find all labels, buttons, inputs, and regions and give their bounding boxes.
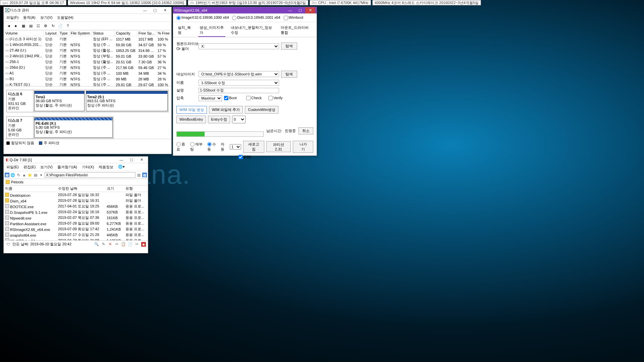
list-item[interactable]: snapshot64.exe2019-07-17 수요일 21:26445KB응… xyxy=(4,232,148,238)
target-select[interactable]: O:\test_O\PE수정\1-SSboot수정.wim xyxy=(199,71,279,77)
minimize-button[interactable]: — xyxy=(140,7,150,13)
column-header[interactable]: 유형 xyxy=(124,185,148,192)
wimbootentry-button[interactable]: WimBootEntry xyxy=(176,116,206,123)
list-item[interactable]: WinNTSetup64.exe2019-04-23 화요일 21:081,12… xyxy=(4,238,148,240)
stop-icon[interactable]: ■ xyxy=(141,242,146,247)
chk-boot[interactable]: Boot xyxy=(224,96,244,101)
tool-icon[interactable]: 📄 xyxy=(57,23,63,29)
table-row[interactable]: ▭ A1단순기본NTFS정상 (주 ...100 MB34 MB34 % xyxy=(4,70,171,76)
minimize-button[interactable]: — xyxy=(116,157,126,163)
qd-titlebar[interactable]: ◧ Q-Dir 7.69 [1] — ▢ ✕ xyxy=(4,157,148,163)
radio-imagex[interactable]: ImageX10.0.18936.1000 x64 xyxy=(176,15,229,20)
column-header[interactable]: Type xyxy=(58,31,69,36)
rs-titlebar[interactable]: RSImageX2.66_x64 — ▢ ✕ xyxy=(173,7,317,14)
column-header[interactable]: % Free xyxy=(156,31,171,36)
view-icon[interactable]: ▤ xyxy=(33,173,38,177)
opt-end[interactable]: 종료 xyxy=(176,142,188,152)
list-item[interactable]: Ntpwedit.exe2019-02-07 목요일 07:36161KB응용 … xyxy=(4,215,148,221)
wim-append-button[interactable]: WIM 파일에 추가 xyxy=(209,106,243,114)
menu-item[interactable]: 편집(E) xyxy=(23,165,36,170)
edit-icon[interactable]: ✎ xyxy=(101,242,106,247)
column-header[interactable]: 크기 xyxy=(105,185,124,192)
tab[interactable]: 생성_이미지추가 xyxy=(198,24,226,37)
help-icon[interactable]: ? xyxy=(65,23,71,29)
menu-item[interactable]: 보기(V) xyxy=(40,165,53,170)
refresh-icon[interactable]: ↻ xyxy=(16,173,21,177)
menu-item[interactable]: 기타(X) xyxy=(82,165,94,170)
menu-item[interactable]: 제품정보 xyxy=(99,165,113,170)
column-header[interactable]: Volume xyxy=(4,31,44,36)
path-input[interactable] xyxy=(45,172,136,178)
table-row[interactable]: ▭ 256d (D:)단순기본NTFS정상 (주 ...217.96 GB59.… xyxy=(4,65,171,70)
layout-icon[interactable]: ▦ xyxy=(142,173,147,177)
globe-dropdown-icon[interactable]: 🌐▾ xyxy=(118,165,125,170)
column-header[interactable]: Capacity xyxy=(114,31,137,36)
opt-auto[interactable]: 자동 xyxy=(221,142,228,152)
maximize-button[interactable]: ▢ xyxy=(150,7,160,13)
tab[interactable]: 내보내기_분할하기_정보수정 xyxy=(229,24,275,37)
refresh-button[interactable]: 새로고침 xyxy=(243,141,264,153)
close-button[interactable]: ✕ xyxy=(160,7,170,13)
browse-target-button[interactable]: 탐색 xyxy=(281,71,297,78)
column-header[interactable]: Layout xyxy=(44,31,58,36)
entry-index-select[interactable]: 0 xyxy=(232,116,246,123)
name-select[interactable]: 1-SSboot 수정 xyxy=(199,80,279,86)
refresh-icon[interactable]: ↻ xyxy=(50,23,56,29)
close-button[interactable]: ✕ xyxy=(305,7,315,13)
partition-tera1[interactable]: Tera138.00 GB NTFS정상 (활성, 주 파티션) xyxy=(34,91,85,111)
column-header[interactable]: Status xyxy=(92,31,114,36)
dropdown-icon[interactable]: ▾ xyxy=(39,173,44,177)
desc-input[interactable] xyxy=(199,88,279,93)
tool-icon[interactable]: ▦ xyxy=(20,23,26,29)
list-item[interactable]: BOOTICE.exe2017-04-01 토요일 19:25456KB응용 프… xyxy=(4,203,148,209)
column-header[interactable]: Free Sp... xyxy=(137,31,156,36)
qd-file-table[interactable]: 이름수정한 날짜크기유형 Desktopicon2019-07-28 일요일 1… xyxy=(4,185,148,240)
dm-volume-table[interactable]: VolumeLayoutTypeFile SystemStatusCapacit… xyxy=(4,30,171,86)
layout-icon[interactable]: ▦ xyxy=(5,173,9,177)
list-item[interactable]: Dism_x642019-07-28 일요일 16:31파일 폴더 xyxy=(4,198,148,203)
table-row[interactable]: ▭ 1-Win10.RS5.201...단순기본NTFS정상 (주 ...59.… xyxy=(4,42,171,48)
menu-item[interactable]: 보기(V) xyxy=(40,15,53,20)
list-item[interactable]: Partition Assistant.exe2019-07-28 일요일 09… xyxy=(4,221,148,226)
close-button[interactable]: ✕ xyxy=(137,157,147,163)
table-row[interactable]: ▭ 2T-All (U:)단순기본NTFS정상 (활성...1853.25 GB… xyxy=(4,48,171,53)
exit-button[interactable]: 나가기 xyxy=(293,141,313,153)
list-item[interactable]: Desktopicon2019-07-28 일요일 16:32파일 폴더 xyxy=(4,192,148,198)
opt-reboot[interactable]: 재부팅 xyxy=(190,142,205,152)
table-row[interactable]: ▭ 256-1단순기본NTFS정상 (활성...20.51 GB7.30 GB3… xyxy=(4,59,171,65)
menu-item[interactable]: 도움말(H) xyxy=(57,15,73,20)
minimize-button[interactable]: — xyxy=(285,7,295,13)
menu-item[interactable]: 즐겨찾기(A) xyxy=(57,165,77,170)
cancel-button[interactable]: 취소 xyxy=(299,127,313,134)
back-icon[interactable]: ◄ xyxy=(6,23,12,29)
qd-breadcrumb[interactable]: Petools xyxy=(4,179,148,185)
globe-icon[interactable]: 🌐 xyxy=(10,173,15,177)
menu-item[interactable]: 파일(F) xyxy=(6,15,18,20)
tool-icon[interactable]: ⚙ xyxy=(43,23,49,29)
list-item[interactable]: D.SnapshotPE 5.1.exe2019-02-24 일요일 16:16… xyxy=(4,209,148,215)
srcdrv-select[interactable]: X: xyxy=(199,43,279,49)
menu-item[interactable]: 파일(E) xyxy=(6,165,19,170)
auto-num-select[interactable]: 1 xyxy=(230,144,241,149)
table-row[interactable]: ▭ (디스크 3 파티션 1)단순기본정상 (EFI ...1017 MB101… xyxy=(4,36,171,42)
forward-icon[interactable]: ► xyxy=(13,23,19,29)
table-row[interactable]: ▭ K-TEST (G:)단순기본NTFS정상 (주 ...29.81 GB29… xyxy=(4,82,171,86)
paste-icon[interactable]: 📄 xyxy=(128,242,132,247)
table-row[interactable]: ▭ 2-Win10.19H2.PR...단순기본NTFS정상 (부팅...59.… xyxy=(4,53,171,59)
tool-icon[interactable]: ▤ xyxy=(28,23,34,29)
chk-esd[interactable]: ESD xyxy=(238,155,251,159)
magnify-icon[interactable]: 🔍 xyxy=(94,242,99,247)
partition-peedit[interactable]: PE-Edit (X:)5.00 GB NTFS정상 (활성, 주 파티션) xyxy=(34,117,113,138)
entry-edit-button[interactable]: Entry수정 xyxy=(208,116,230,123)
tool-icon[interactable]: ✏ xyxy=(135,242,139,247)
tab[interactable]: 설치_복원 xyxy=(176,24,194,37)
list-item[interactable]: RSImageX2.66_x64.exe2019-07-09 화요일 17:42… xyxy=(4,226,148,232)
cut-icon[interactable]: ✂ xyxy=(114,242,119,247)
copy-icon[interactable]: 📋 xyxy=(121,242,126,247)
tab[interactable]: 마운트_드라이버통합 xyxy=(279,24,313,37)
chk-wimboot[interactable]: Wimboot xyxy=(284,15,303,20)
up-icon[interactable]: ▲ xyxy=(22,173,26,177)
chk-verify[interactable]: Verify xyxy=(268,96,288,101)
opt-manual[interactable]: 수동 xyxy=(207,142,219,152)
partition-button[interactable]: 파티션2.31 xyxy=(266,141,291,152)
